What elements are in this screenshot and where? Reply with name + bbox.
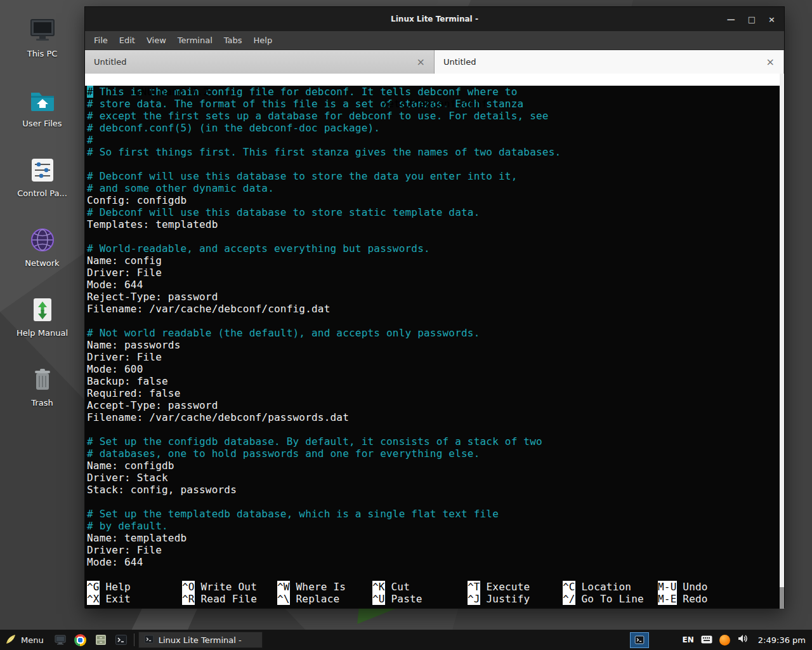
taskbar-window-label: Linux Lite Terminal - xyxy=(159,635,242,645)
desktop-icons: This PC User Files Control Pa... Network… xyxy=(0,11,84,430)
computer-icon xyxy=(29,18,56,46)
linux-lite-logo-icon xyxy=(5,633,16,647)
tab-close-icon[interactable]: × xyxy=(766,57,775,67)
terminal-line: Driver: File xyxy=(87,544,784,556)
terminal-line xyxy=(87,230,784,242)
terminal-line xyxy=(87,315,784,327)
nano-shortcut-undo: M-U Undo xyxy=(658,581,753,593)
menu-view[interactable]: View xyxy=(141,36,172,45)
tab-bar: Untitled × Untitled × xyxy=(85,50,784,74)
nano-shortcut-cut: ^K Cut xyxy=(372,581,468,593)
desktop-icon-control-panel[interactable]: Control Pa... xyxy=(0,151,84,221)
nano-shortcut-exit: ^X Exit xyxy=(87,593,182,605)
clock[interactable]: 2:49:36 pm xyxy=(758,635,806,645)
taskbar-window-button[interactable]: Linux Lite Terminal - xyxy=(138,632,263,648)
keyboard-language-indicator[interactable]: EN xyxy=(683,635,694,644)
terminal-window: Linux Lite Terminal - — □ × File Edit Vi… xyxy=(84,6,785,608)
volume-icon[interactable] xyxy=(737,633,749,646)
nano-text-area[interactable]: # This is the main config file for debco… xyxy=(85,86,784,568)
nano-file-path: /etc/debconf.conf xyxy=(381,98,487,110)
terminal-line xyxy=(87,496,784,508)
nano-shortcut-bar: ^G Help^O Write Out^W Where Is^K Cut^T E… xyxy=(85,581,784,609)
chrome-icon[interactable] xyxy=(72,631,89,649)
desktop-icon-user-files[interactable]: User Files xyxy=(0,81,84,151)
menu-button[interactable]: Menu xyxy=(0,630,51,650)
desktop-icon-label: User Files xyxy=(22,119,62,128)
control-panel-icon xyxy=(29,157,56,185)
window-title: Linux Lite Terminal - xyxy=(391,15,478,23)
terminal-line: Mode: 644 xyxy=(87,556,784,568)
desktop-icon-help-manual[interactable]: Help Manual xyxy=(0,291,84,361)
terminal-line: Required: false xyxy=(87,387,784,399)
terminal-line: Accept-Type: password xyxy=(87,399,784,411)
nano-shortcut-execute: ^T Execute xyxy=(468,581,563,593)
desktop-icon-label: This PC xyxy=(27,49,58,58)
notifier-icon[interactable] xyxy=(719,635,730,646)
desktop-icon-network[interactable]: Network xyxy=(0,221,84,291)
file-manager-icon[interactable] xyxy=(92,631,110,649)
terminal-line: Name: config xyxy=(87,255,784,267)
terminal-line: # Debconf will use this database to stor… xyxy=(87,170,784,182)
nano-shortcut-where-is: ^W Where Is xyxy=(277,581,372,593)
terminal-line: Config: configdb xyxy=(87,194,784,206)
scrollbar-thumb[interactable] xyxy=(780,74,784,587)
close-button[interactable]: × xyxy=(768,15,775,23)
help-manual-icon xyxy=(29,297,56,325)
nano-version-label: GNU nano 7.2 xyxy=(134,86,209,98)
terminal-line: Stack: config, passwords xyxy=(87,484,784,496)
menu-tabs[interactable]: Tabs xyxy=(218,36,248,45)
taskbar: Menu Linux Lite Terminal - EN xyxy=(0,630,812,650)
folder-icon xyxy=(29,88,56,116)
terminal-line: Driver: File xyxy=(87,351,784,363)
desktop-icon-trash[interactable]: Trash xyxy=(0,361,84,430)
maximize-button[interactable]: □ xyxy=(748,15,756,23)
nano-shortcut-redo: M-E Redo xyxy=(658,593,753,605)
nano-shortcut-read-file: ^R Read File xyxy=(182,593,277,605)
tab-close-icon[interactable]: × xyxy=(417,57,425,67)
nano-titlebar: GNU nano 7.2 /etc/debconf.conf xyxy=(85,74,784,86)
terminal-empty-area xyxy=(85,568,784,581)
menu-file[interactable]: File xyxy=(88,36,114,45)
terminal-line xyxy=(87,158,784,170)
terminal-line: Reject-Type: password xyxy=(87,291,784,303)
tray-terminal-icon[interactable] xyxy=(630,632,649,648)
terminal-line: # Set up the configdb database. By defau… xyxy=(87,435,784,448)
desktop-icon-label: Control Pa... xyxy=(17,189,67,198)
monitor-launcher-icon[interactable] xyxy=(51,631,69,649)
desktop-icon-label: Help Manual xyxy=(16,328,68,338)
system-tray: EN 2:49:36 pm xyxy=(630,632,812,648)
menu-edit[interactable]: Edit xyxy=(114,36,141,45)
nano-shortcut-paste: ^U Paste xyxy=(372,593,468,605)
scrollbar[interactable] xyxy=(780,74,784,609)
terminal-line: # debconf.conf(5) (in the debconf-doc pa… xyxy=(87,122,784,134)
menu-button-label: Menu xyxy=(21,635,44,645)
menu-terminal[interactable]: Terminal xyxy=(172,36,218,45)
nano-shortcut-location: ^C Location xyxy=(563,581,658,593)
terminal-line: Mode: 644 xyxy=(87,279,784,291)
terminal-icon xyxy=(144,634,154,646)
tab-label: Untitled xyxy=(94,57,417,67)
terminal-line: Name: passwords xyxy=(87,339,784,351)
desktop-icon-label: Trash xyxy=(31,398,53,408)
menu-help[interactable]: Help xyxy=(248,36,278,45)
terminal-line: Filename: /var/cache/debconf/passwords.d… xyxy=(87,411,784,423)
terminal-content[interactable]: GNU nano 7.2 /etc/debconf.conf # This is… xyxy=(85,74,784,609)
taskbar-separator xyxy=(134,633,134,646)
desktop-icon-this-pc[interactable]: This PC xyxy=(0,11,84,81)
terminal-line: # databases, one to hold passwords and o… xyxy=(87,448,784,460)
tab-untitled-2[interactable]: Untitled × xyxy=(435,50,784,74)
nano-shortcut-replace: ^\ Replace xyxy=(277,593,372,605)
terminal-launcher-icon[interactable] xyxy=(112,631,130,649)
terminal-line: # by default. xyxy=(87,520,784,532)
terminal-line: Filename: /var/cache/debconf/config.dat xyxy=(87,303,784,315)
trash-icon xyxy=(29,367,56,395)
terminal-line: Name: templatedb xyxy=(87,532,784,544)
terminal-line: # World-readable, and accepts everything… xyxy=(87,242,784,255)
keyboard-layout-icon[interactable] xyxy=(701,634,712,646)
tab-untitled-1[interactable]: Untitled × xyxy=(85,50,435,74)
minimize-button[interactable]: — xyxy=(727,15,735,23)
terminal-line: # and some other dynamic data. xyxy=(87,182,784,194)
terminal-line: Driver: Stack xyxy=(87,472,784,484)
desktop-icon-label: Network xyxy=(25,258,59,268)
window-titlebar[interactable]: Linux Lite Terminal - — □ × xyxy=(85,7,784,31)
